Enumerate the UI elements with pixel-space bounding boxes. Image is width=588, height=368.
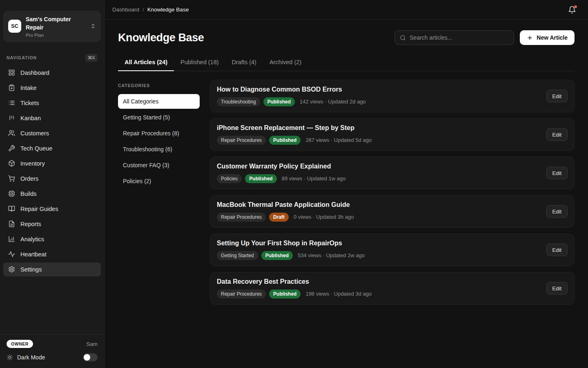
article-title: Data Recovery Best Practices xyxy=(217,278,568,285)
category-policies[interactable]: Policies (2) xyxy=(118,174,200,188)
sun-icon xyxy=(7,354,13,361)
sidebar-item-tech-queue[interactable]: Tech Queue xyxy=(3,141,101,155)
article-status-badge: Draft xyxy=(269,213,289,222)
activity-icon xyxy=(8,251,15,258)
dark-mode-toggle[interactable] xyxy=(83,353,98,361)
sidebar-item-label: Repair Guides xyxy=(20,206,58,212)
clipboard-plus-icon xyxy=(8,84,15,91)
tab-archived[interactable]: Archived (2) xyxy=(263,54,308,71)
sidebar-item-kanban[interactable]: Kanban xyxy=(3,111,101,125)
edit-button[interactable]: Edit xyxy=(546,282,568,295)
owner-name: Sam xyxy=(86,341,98,347)
sidebar-item-label: Kanban xyxy=(20,115,41,121)
sidebar: SC Sam's Computer Repair Pro Plan NAVIGA… xyxy=(0,0,105,368)
article-meta-text: 534 views · Updated 2w ago xyxy=(298,252,365,258)
new-article-label: New Article xyxy=(537,34,568,41)
category-getting-started[interactable]: Getting Started (5) xyxy=(118,110,200,125)
edit-button[interactable]: Edit xyxy=(546,244,568,256)
owner-role-badge: OWNER xyxy=(7,340,33,348)
sidebar-item-label: Dashboard xyxy=(20,70,49,76)
article-meta-text: 0 views · Updated 3h ago xyxy=(294,214,354,220)
article-category-badge: Getting Started xyxy=(217,251,258,260)
kanban-icon xyxy=(8,114,15,121)
edit-button[interactable]: Edit xyxy=(546,205,568,218)
tab-drafts[interactable]: Drafts (4) xyxy=(225,54,263,71)
book-open-icon xyxy=(8,205,15,212)
category-troubleshooting[interactable]: Troubleshooting (6) xyxy=(118,142,200,157)
sidebar-item-inventory[interactable]: Inventory xyxy=(3,157,101,171)
gear-icon xyxy=(8,266,15,273)
sidebar-item-label: Analytics xyxy=(20,236,44,242)
article-meta-text: 267 views · Updated 5d ago xyxy=(305,137,372,143)
article-title: iPhone Screen Replacement — Step by Step xyxy=(217,124,568,132)
notification-dot xyxy=(574,5,577,8)
cpu-icon xyxy=(8,190,15,197)
article-status-badge: Published xyxy=(269,136,301,145)
chevrons-up-down-icon xyxy=(90,23,96,29)
sidebar-item-dashboard[interactable]: Dashboard xyxy=(3,66,101,80)
tenant-switcher[interactable]: SC Sam's Computer Repair Pro Plan xyxy=(3,11,101,42)
sidebar-item-label: Heartbeat xyxy=(20,251,47,258)
bar-chart-icon xyxy=(8,236,15,242)
sidebar-item-tickets[interactable]: Tickets xyxy=(3,96,101,110)
sidebar-nav: Dashboard Intake Tickets Kanban Customer… xyxy=(0,66,104,278)
article-list: How to Diagnose Common BSOD Errors Troub… xyxy=(210,80,575,310)
tab-published[interactable]: Published (18) xyxy=(174,54,225,71)
users-icon xyxy=(8,130,15,137)
article-status-badge: Published xyxy=(269,289,301,298)
article-row[interactable]: How to Diagnose Common BSOD Errors Troub… xyxy=(210,80,575,112)
article-row[interactable]: Customer Warranty Policy Explained Polic… xyxy=(210,157,575,189)
sidebar-item-analytics[interactable]: Analytics xyxy=(3,232,101,246)
file-text-icon xyxy=(8,220,15,227)
search-icon xyxy=(400,35,406,41)
article-tabs: All Articles (24) Published (18) Drafts … xyxy=(118,54,575,71)
category-repair-procedures[interactable]: Repair Procedures (8) xyxy=(118,126,200,141)
article-row[interactable]: Data Recovery Best Practices Repair Proc… xyxy=(210,272,575,305)
category-all[interactable]: All Categories xyxy=(118,94,200,109)
sidebar-item-label: Inventory xyxy=(20,160,45,167)
sidebar-item-orders[interactable]: Orders xyxy=(3,172,101,186)
article-meta-text: 198 views · Updated 3d ago xyxy=(305,291,372,297)
sidebar-item-settings[interactable]: Settings xyxy=(3,263,101,276)
sidebar-item-label: Reports xyxy=(20,221,41,227)
article-status-badge: Published xyxy=(245,174,276,183)
list-icon xyxy=(8,99,15,106)
article-title: Customer Warranty Policy Explained xyxy=(217,163,568,170)
navigation-heading: NAVIGATION xyxy=(7,55,37,60)
plus-icon xyxy=(527,35,533,41)
sidebar-item-intake[interactable]: Intake xyxy=(3,81,101,95)
breadcrumb-separator: / xyxy=(143,7,144,13)
sidebar-item-label: Customers xyxy=(20,130,49,137)
edit-button[interactable]: Edit xyxy=(546,128,568,141)
article-title: MacBook Thermal Paste Application Guide xyxy=(217,201,568,209)
sidebar-item-reports[interactable]: Reports xyxy=(3,217,101,231)
shopping-cart-icon xyxy=(8,175,15,182)
command-k-shortcut: ⌘K xyxy=(85,54,98,62)
search-input[interactable] xyxy=(410,34,509,41)
main-content: Dashboard / Knowledge Base Knowledge Bas… xyxy=(105,0,588,368)
edit-button[interactable]: Edit xyxy=(546,167,568,180)
search-box xyxy=(394,30,514,45)
article-row[interactable]: iPhone Screen Replacement — Step by Step… xyxy=(210,118,575,151)
sidebar-item-customers[interactable]: Customers xyxy=(3,126,101,140)
tab-all-articles[interactable]: All Articles (24) xyxy=(118,54,174,71)
edit-button[interactable]: Edit xyxy=(546,90,568,103)
notifications-button[interactable] xyxy=(566,4,578,16)
article-status-badge: Published xyxy=(263,97,295,106)
sidebar-item-label: Tickets xyxy=(20,100,39,106)
new-article-button[interactable]: New Article xyxy=(520,30,575,45)
breadcrumb-dashboard[interactable]: Dashboard xyxy=(112,7,139,13)
sidebar-item-builds[interactable]: Builds xyxy=(3,187,101,201)
article-row[interactable]: MacBook Thermal Paste Application Guide … xyxy=(210,195,575,228)
article-category-badge: Repair Procedures xyxy=(217,213,266,222)
dashboard-icon xyxy=(8,69,15,76)
sidebar-item-heartbeat[interactable]: Heartbeat xyxy=(3,247,101,261)
article-category-badge: Repair Procedures xyxy=(217,289,266,298)
page-title: Knowledge Base xyxy=(118,31,394,44)
article-row[interactable]: Setting Up Your First Shop in RepairOps … xyxy=(210,233,575,266)
sidebar-item-label: Builds xyxy=(20,191,37,197)
sidebar-item-repair-guides[interactable]: Repair Guides xyxy=(3,202,101,216)
wrench-icon xyxy=(8,145,15,152)
article-title: Setting Up Your First Shop in RepairOps xyxy=(217,240,568,247)
category-customer-faq[interactable]: Customer FAQ (3) xyxy=(118,158,200,173)
